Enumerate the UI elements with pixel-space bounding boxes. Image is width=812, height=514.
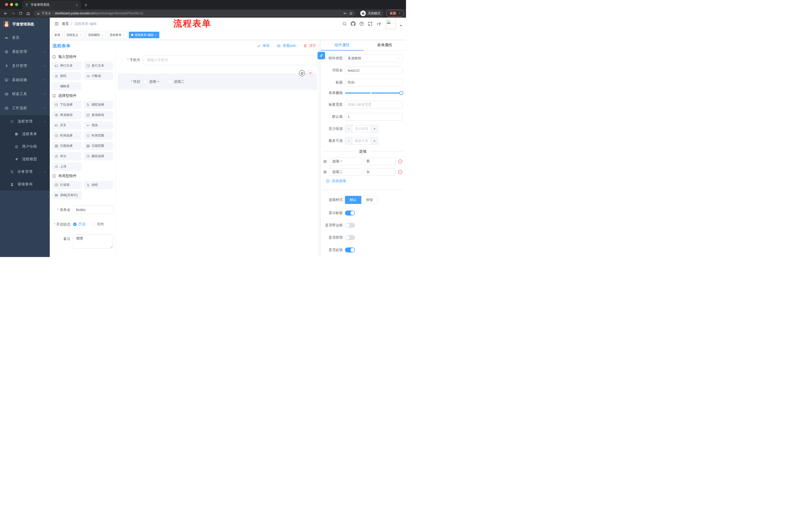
palette-item-editor[interactable]: 编辑器 xyxy=(52,82,82,90)
form-name-input[interactable]: biubiu xyxy=(73,206,113,214)
tag-home[interactable]: 首页 xyxy=(52,32,63,38)
close-tab-icon[interactable] xyxy=(75,3,78,6)
search-icon[interactable] xyxy=(342,21,347,26)
palette-item-radio-group[interactable]: 单选框组 xyxy=(52,111,82,119)
sidebar-item-process-model[interactable]: 流程模型 xyxy=(0,153,50,165)
palette-item-counter[interactable]: 123计数器 xyxy=(84,72,113,80)
duplicate-field-button[interactable] xyxy=(299,70,305,76)
help-icon[interactable] xyxy=(359,21,364,26)
more-icon[interactable] xyxy=(398,11,402,15)
component-type-select[interactable]: 多选框组 xyxy=(345,55,403,62)
drag-handle-icon[interactable] xyxy=(323,170,327,174)
palette-item-select[interactable]: 下拉选择 xyxy=(52,101,82,109)
sidebar-item-devtools[interactable]: 研发工具 xyxy=(0,87,50,101)
key-icon[interactable] xyxy=(343,11,347,15)
breadcrumb-home[interactable]: 首页 xyxy=(62,22,69,26)
fullscreen-icon[interactable] xyxy=(368,21,373,26)
toggle-disabled[interactable] xyxy=(345,235,355,240)
palette-item-button[interactable]: 按钮 xyxy=(84,181,113,189)
status-on-radio[interactable]: 开启 xyxy=(73,222,85,226)
sidebar-item-home[interactable]: 首页 xyxy=(0,31,50,45)
browser-tab[interactable]: 芋道管理系统 xyxy=(22,0,81,9)
palette-item-table[interactable]: 表格[开发中] xyxy=(52,191,82,199)
palette-item-single-text[interactable]: 单行文本 xyxy=(52,62,82,70)
palette-item-rate[interactable]: 评分 xyxy=(52,152,82,160)
sidebar-item-payment[interactable]: ¥支付管理 xyxy=(0,59,50,73)
palette-item-date-range[interactable]: 日期范围 xyxy=(84,142,113,150)
view-json-button[interactable]: 查看json xyxy=(277,44,296,48)
reload-icon[interactable] xyxy=(17,10,24,17)
toggle-required[interactable] xyxy=(345,247,355,252)
sidebar-item-leave-query[interactable]: 请假查询 xyxy=(0,178,50,191)
grid-slider[interactable] xyxy=(345,92,401,93)
sidebar-item-process-mgmt[interactable]: 流程管理 xyxy=(0,115,50,128)
minus-button[interactable]: − xyxy=(345,137,352,144)
collapse-sidebar-icon[interactable] xyxy=(52,20,61,28)
close-tag-icon[interactable] xyxy=(155,34,157,36)
gender-option-checkbox[interactable]: 选项一 xyxy=(143,79,160,84)
save-button[interactable]: 保存 xyxy=(257,44,269,48)
maximize-window-button[interactable] xyxy=(15,3,18,6)
option-label-input[interactable]: 选项一 xyxy=(329,158,361,165)
field-name-input[interactable]: field122 xyxy=(345,66,403,74)
phone-field-row[interactable]: 手机号 请输入手机号 xyxy=(118,55,317,65)
palette-item-slider[interactable]: 滑块 xyxy=(84,121,113,130)
title-input[interactable]: 性别 xyxy=(345,79,403,86)
resize-grip[interactable] xyxy=(110,246,112,248)
gender-option-checkbox[interactable]: 选项二 xyxy=(168,79,184,84)
min-select-stepper[interactable]: −至少应选+ xyxy=(345,125,378,133)
slider-handle[interactable] xyxy=(399,91,403,95)
plus-button[interactable]: + xyxy=(371,137,378,144)
minimize-window-button[interactable] xyxy=(10,3,13,6)
tag-process-model[interactable]: 流程模型 xyxy=(86,32,106,38)
checkbox-icon[interactable] xyxy=(168,80,172,83)
label-width-input[interactable]: 请输入标签宽度 xyxy=(345,101,403,108)
palette-item-password[interactable]: 密码 xyxy=(52,72,82,80)
avatar[interactable] xyxy=(386,19,396,29)
user-menu-caret-icon[interactable] xyxy=(400,24,403,27)
palette-item-date[interactable]: 日期选择 xyxy=(52,142,82,150)
tab-form-props[interactable]: 表单属性 xyxy=(364,40,406,50)
link-badge-icon[interactable] xyxy=(318,52,325,59)
palette-item-row[interactable]: 行容器 xyxy=(52,181,82,189)
remove-option-icon[interactable] xyxy=(398,169,403,174)
add-option-button[interactable]: 添加选项 xyxy=(326,179,403,183)
clear-button[interactable]: 清空 xyxy=(303,44,316,48)
tab-component-props[interactable]: 组件属性 xyxy=(321,40,364,50)
phone-field-input[interactable]: 请输入手机号 xyxy=(143,55,317,65)
status-off-radio[interactable]: 关闭 xyxy=(91,222,104,226)
option-label-input[interactable]: 选项二 xyxy=(329,168,361,176)
tag-process-definition[interactable]: 流程定义 xyxy=(64,32,84,38)
address-bar[interactable]: 不安全 dashboard.yudao.iocoder.cn/bpm/manag… xyxy=(34,10,355,17)
update-button[interactable]: 更新 xyxy=(386,10,404,17)
form-remark-textarea[interactable]: 嘿嘿 xyxy=(73,235,113,249)
form-canvas[interactable]: 手机号 请输入手机号 性别 选项一选项二 xyxy=(116,52,321,257)
sidebar-item-infra[interactable]: 基础设施 xyxy=(0,73,50,87)
style-button-button[interactable]: 按钮 xyxy=(361,196,378,204)
delete-field-button[interactable] xyxy=(307,70,313,76)
default-value-input[interactable]: 1 xyxy=(345,113,403,120)
back-icon[interactable] xyxy=(2,10,9,17)
palette-item-color[interactable]: 颜色选择 xyxy=(84,152,113,160)
max-select-stepper[interactable]: −最多可选+ xyxy=(345,137,378,144)
palette-item-multi-text[interactable]: 多行文本 xyxy=(84,62,113,70)
palette-item-checkbox-group[interactable]: 多选框组 xyxy=(84,111,113,119)
plus-button[interactable]: + xyxy=(371,125,378,132)
checkbox-icon[interactable] xyxy=(143,80,147,83)
forward-icon[interactable] xyxy=(9,10,17,17)
sidebar-item-workflow[interactable]: 工作流程 xyxy=(0,101,50,115)
style-default-button[interactable]: 默认 xyxy=(345,196,361,204)
drag-handle-icon[interactable] xyxy=(323,159,327,164)
close-window-button[interactable] xyxy=(5,3,8,6)
close-tag-icon[interactable] xyxy=(80,34,82,36)
palette-item-time-range[interactable]: 时间范围 xyxy=(84,132,113,140)
option-value-input[interactable]: 女 xyxy=(364,168,396,176)
minus-button[interactable]: − xyxy=(345,125,352,132)
new-tab-button[interactable] xyxy=(84,3,88,7)
palette-item-cascade[interactable]: 级联选择 xyxy=(84,101,113,109)
bookmark-icon[interactable] xyxy=(349,11,353,15)
gender-field-row-selected[interactable]: 性别 选项一选项二 xyxy=(118,74,317,90)
palette-item-upload[interactable]: 上传 xyxy=(52,162,82,171)
palette-item-switch[interactable]: 开关 xyxy=(52,121,82,130)
github-icon[interactable] xyxy=(351,21,355,26)
